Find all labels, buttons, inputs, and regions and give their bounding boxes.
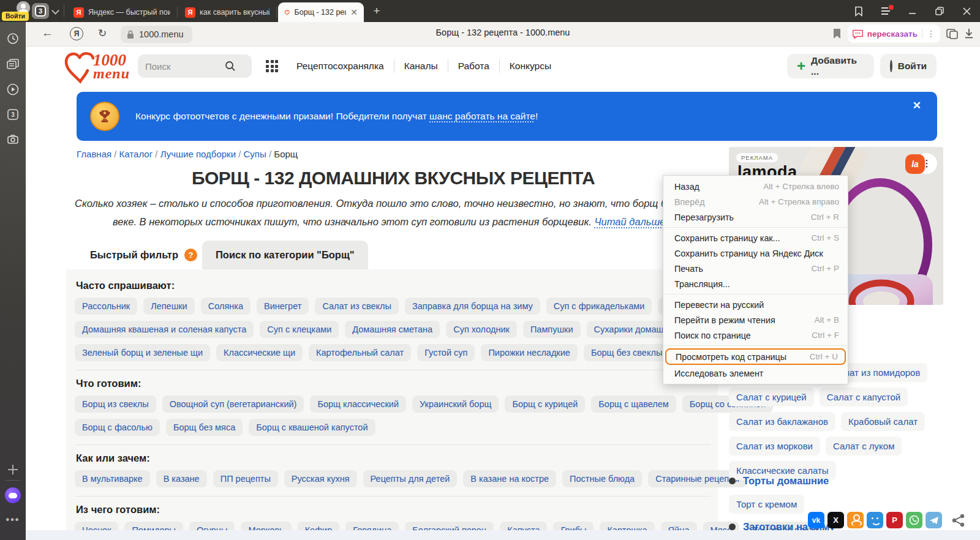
filter-chip[interactable]: Украинский борщ <box>412 396 499 413</box>
browser-tab[interactable]: Я как сварить вкусный бор <box>179 2 276 22</box>
bookmark-icon[interactable] <box>832 28 842 39</box>
filter-chip[interactable]: Винегрет <box>257 298 309 315</box>
filter-chip[interactable]: Борщ из свеклы <box>75 396 156 413</box>
browser-tab[interactable]: Я Яндекс — быстрый поиск <box>67 2 176 22</box>
filter-chip[interactable]: Суп с клецками <box>260 321 339 338</box>
yandex-search-button[interactable]: Я <box>70 27 83 40</box>
filter-chip[interactable]: Лепешки <box>143 298 195 315</box>
filter-chip[interactable]: Рецепты для детей <box>363 470 458 487</box>
read-more-link[interactable]: Читай дальше... <box>595 216 674 227</box>
retell-button[interactable]: пересказать ⋮ <box>848 24 940 43</box>
filter-chip[interactable]: Суп с фрикадельками <box>546 298 652 315</box>
x-twitter-icon[interactable]: X <box>827 512 844 528</box>
banner-link[interactable]: шанс работать на сайте <box>429 111 535 121</box>
sidebar-chip[interactable]: Салат из баклажанов <box>729 412 835 431</box>
filter-chip[interactable]: Рассольник <box>75 298 137 315</box>
filter-chip[interactable]: Густой суп <box>417 344 475 361</box>
back-button[interactable]: ← <box>42 26 53 40</box>
filter-chip[interactable]: Солянка <box>201 298 251 315</box>
breadcrumb-link[interactable]: Супы <box>244 149 274 159</box>
filter-chip[interactable]: Домашняя сметана <box>345 321 440 338</box>
site-nav-link[interactable]: Конкурсы <box>499 59 561 73</box>
help-icon[interactable]: ? <box>184 249 197 261</box>
filter-chip[interactable]: Борщ с курицей <box>505 396 585 413</box>
site-login-button[interactable]: Войти <box>880 54 937 78</box>
profile-login-badge[interactable]: Войти <box>2 12 29 21</box>
site-nav-link[interactable]: Рецептосохранялка <box>287 59 394 73</box>
filter-chip[interactable]: Заправка для борща на зиму <box>405 298 540 315</box>
filter-chip[interactable]: Борщ с квашеной капустой <box>249 419 375 436</box>
context-menu-item[interactable]: Печать Ctrl + P <box>663 261 848 276</box>
context-menu-item[interactable]: Сохранить страницу как... Ctrl + S <box>663 230 848 246</box>
browser-tab-active[interactable]: Борщ - 132 рецепта - 1 ✕ <box>278 2 364 22</box>
filter-chip[interactable]: Борщ классический <box>310 396 406 413</box>
context-menu-item[interactable]: Перейти в режим чтения Alt + B <box>663 312 848 328</box>
feed-icon[interactable] <box>5 56 21 72</box>
vk-icon[interactable]: vk <box>808 512 824 528</box>
add-recipe-button[interactable]: + Добавить ... <box>787 54 874 78</box>
tab-close-icon[interactable]: ✕ <box>350 7 358 17</box>
filter-chip[interactable]: Борщ без свеклы <box>584 344 669 361</box>
odnoklassniki-icon[interactable] <box>847 512 864 528</box>
add-panel-icon[interactable] <box>5 462 21 478</box>
site-nav-link[interactable]: Работа <box>448 59 499 73</box>
download-icon[interactable] <box>964 28 974 39</box>
filter-chip[interactable]: В казане на костре <box>463 470 556 487</box>
sidebar-chip[interactable]: Салат с курицей <box>729 388 814 407</box>
tab-counter-button[interactable]: 3 <box>32 3 49 19</box>
breadcrumb-link[interactable]: Главная <box>77 149 119 159</box>
context-menu-item[interactable]: Просмотреть код страницы Ctrl + U <box>665 348 846 365</box>
filter-chip[interactable]: Постные блюда <box>562 470 642 487</box>
video-icon[interactable] <box>5 81 21 97</box>
sidebar-chip[interactable]: Торт с кремом <box>729 495 804 514</box>
telegram-icon[interactable] <box>925 512 942 528</box>
sidebar-chip[interactable]: Салат с луком <box>826 437 902 456</box>
apps-grid-icon[interactable] <box>266 60 279 73</box>
banner-close-icon[interactable]: ✕ <box>913 99 921 112</box>
sidebar-chip[interactable]: Крабовый салат <box>841 412 925 431</box>
filter-chip[interactable]: Зеленый борщ и зеленые щи <box>75 344 210 361</box>
site-search-input[interactable] <box>145 61 225 72</box>
filter-chip[interactable]: В мультиварке <box>75 470 150 487</box>
context-menu-item[interactable]: Поиск по странице Ctrl + F <box>663 328 848 343</box>
site-search-box[interactable] <box>138 54 252 78</box>
alice-icon[interactable] <box>5 487 21 503</box>
tab-category-search[interactable]: Поиск по категории "Борщ" <box>202 241 368 269</box>
filter-chip[interactable]: Пирожки несладкие <box>481 344 577 361</box>
site-logo[interactable]: 1000 menu <box>62 49 130 84</box>
context-menu-item[interactable]: Сохранить страницу на Яндекс Диск <box>663 246 848 261</box>
new-tab-button[interactable]: + <box>370 4 383 18</box>
sidebar-chip[interactable]: Салат с капустой <box>820 388 908 407</box>
context-menu-item[interactable]: Трансляция... <box>663 276 848 291</box>
minimize-button[interactable] <box>899 0 926 22</box>
filter-chip[interactable]: Салат из свеклы <box>315 298 399 315</box>
tabs-count-icon[interactable]: 3 <box>5 107 21 122</box>
site-nav-link[interactable]: Каналы <box>394 59 448 73</box>
pinterest-icon[interactable]: P <box>886 512 903 528</box>
panels-icon[interactable] <box>845 0 872 22</box>
sidebar-section-link[interactable]: Торты домашние <box>743 475 829 487</box>
breadcrumb-link[interactable]: Борщ <box>274 149 298 159</box>
filter-chip[interactable]: Борщ без мяса <box>166 419 243 436</box>
filter-chip[interactable]: Овощной суп (вегетарианский) <box>162 396 304 413</box>
tab-quick-filter[interactable]: Быстрый фильтр ? <box>77 241 211 269</box>
whatsapp-icon[interactable] <box>906 512 922 528</box>
filter-chip[interactable]: В казане <box>156 470 207 487</box>
context-menu-item[interactable]: Вперёд Alt + Стрелка вправо <box>663 194 848 209</box>
maximize-button[interactable] <box>926 0 953 22</box>
context-menu-item[interactable]: Назад Alt + Стрелка влево <box>663 179 848 194</box>
filter-chip[interactable]: Борщ с щавелем <box>591 396 676 413</box>
reload-button[interactable]: ↻ <box>98 27 107 40</box>
close-button[interactable] <box>953 0 980 22</box>
sidebar-chip[interactable]: Салат из моркови <box>729 437 820 456</box>
context-menu-item[interactable]: Перезагрузить Ctrl + R <box>663 209 848 225</box>
url-pill[interactable]: 1000.menu <box>121 26 192 43</box>
history-icon[interactable] <box>5 31 21 47</box>
browser-menu-icon[interactable] <box>872 0 899 22</box>
filter-chip[interactable]: Картофельный салат <box>309 344 411 361</box>
filter-chip[interactable]: ПП рецепты <box>213 470 278 487</box>
chevron-down-icon[interactable] <box>51 7 59 15</box>
breadcrumb-link[interactable]: Каталог <box>119 149 160 159</box>
sidepanel-icon[interactable] <box>946 29 958 39</box>
context-menu-item[interactable]: Исследовать элемент <box>663 366 848 381</box>
